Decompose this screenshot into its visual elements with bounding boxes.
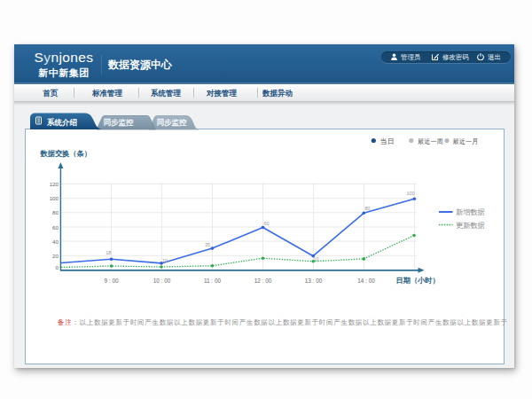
svg-text:同步监控: 同步监控 [104,118,135,127]
svg-text:系统介绍: 系统介绍 [46,118,78,127]
svg-text:同步监控: 同步监控 [157,118,188,127]
